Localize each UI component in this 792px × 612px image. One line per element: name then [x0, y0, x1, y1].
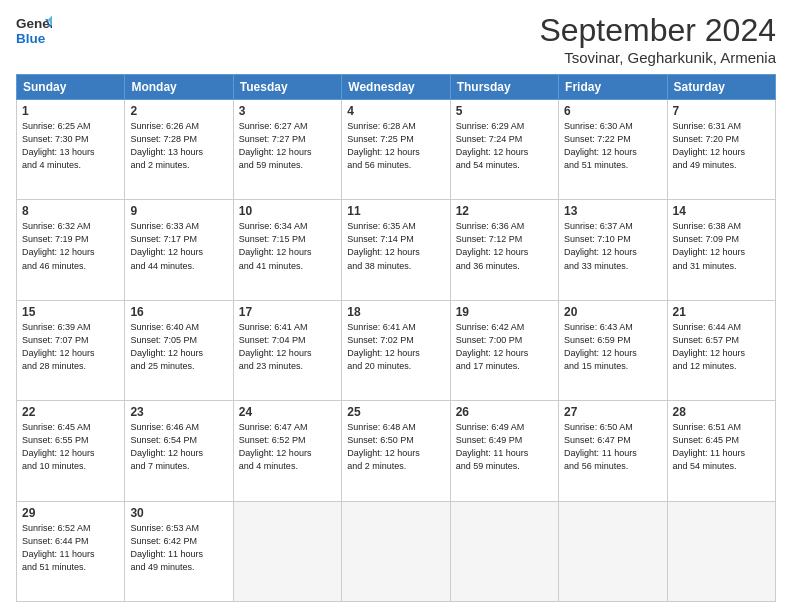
day-info: Sunrise: 6:42 AM Sunset: 7:00 PM Dayligh… — [456, 321, 553, 373]
table-row: 28Sunrise: 6:51 AM Sunset: 6:45 PM Dayli… — [667, 401, 775, 501]
day-number: 25 — [347, 405, 444, 419]
table-row: 29Sunrise: 6:52 AM Sunset: 6:44 PM Dayli… — [17, 501, 125, 601]
day-info: Sunrise: 6:26 AM Sunset: 7:28 PM Dayligh… — [130, 120, 227, 172]
day-info: Sunrise: 6:50 AM Sunset: 6:47 PM Dayligh… — [564, 421, 661, 473]
table-row: 15Sunrise: 6:39 AM Sunset: 7:07 PM Dayli… — [17, 300, 125, 400]
day-number: 22 — [22, 405, 119, 419]
table-row: 24Sunrise: 6:47 AM Sunset: 6:52 PM Dayli… — [233, 401, 341, 501]
day-info: Sunrise: 6:38 AM Sunset: 7:09 PM Dayligh… — [673, 220, 770, 272]
day-info: Sunrise: 6:44 AM Sunset: 6:57 PM Dayligh… — [673, 321, 770, 373]
table-row: 16Sunrise: 6:40 AM Sunset: 7:05 PM Dayli… — [125, 300, 233, 400]
day-number: 6 — [564, 104, 661, 118]
day-info: Sunrise: 6:30 AM Sunset: 7:22 PM Dayligh… — [564, 120, 661, 172]
table-row: 9Sunrise: 6:33 AM Sunset: 7:17 PM Daylig… — [125, 200, 233, 300]
col-thursday: Thursday — [450, 75, 558, 100]
calendar-week-row: 29Sunrise: 6:52 AM Sunset: 6:44 PM Dayli… — [17, 501, 776, 601]
col-sunday: Sunday — [17, 75, 125, 100]
col-wednesday: Wednesday — [342, 75, 450, 100]
table-row — [559, 501, 667, 601]
table-row: 8Sunrise: 6:32 AM Sunset: 7:19 PM Daylig… — [17, 200, 125, 300]
day-info: Sunrise: 6:35 AM Sunset: 7:14 PM Dayligh… — [347, 220, 444, 272]
day-number: 20 — [564, 305, 661, 319]
day-number: 12 — [456, 204, 553, 218]
day-info: Sunrise: 6:41 AM Sunset: 7:02 PM Dayligh… — [347, 321, 444, 373]
day-info: Sunrise: 6:49 AM Sunset: 6:49 PM Dayligh… — [456, 421, 553, 473]
day-info: Sunrise: 6:47 AM Sunset: 6:52 PM Dayligh… — [239, 421, 336, 473]
table-row: 10Sunrise: 6:34 AM Sunset: 7:15 PM Dayli… — [233, 200, 341, 300]
table-row: 19Sunrise: 6:42 AM Sunset: 7:00 PM Dayli… — [450, 300, 558, 400]
day-number: 15 — [22, 305, 119, 319]
table-row: 26Sunrise: 6:49 AM Sunset: 6:49 PM Dayli… — [450, 401, 558, 501]
day-number: 7 — [673, 104, 770, 118]
day-number: 14 — [673, 204, 770, 218]
table-row: 22Sunrise: 6:45 AM Sunset: 6:55 PM Dayli… — [17, 401, 125, 501]
day-number: 2 — [130, 104, 227, 118]
day-info: Sunrise: 6:48 AM Sunset: 6:50 PM Dayligh… — [347, 421, 444, 473]
day-info: Sunrise: 6:40 AM Sunset: 7:05 PM Dayligh… — [130, 321, 227, 373]
table-row: 13Sunrise: 6:37 AM Sunset: 7:10 PM Dayli… — [559, 200, 667, 300]
month-title: September 2024 — [539, 12, 776, 49]
table-row — [450, 501, 558, 601]
day-number: 30 — [130, 506, 227, 520]
table-row: 17Sunrise: 6:41 AM Sunset: 7:04 PM Dayli… — [233, 300, 341, 400]
day-number: 18 — [347, 305, 444, 319]
calendar-table: Sunday Monday Tuesday Wednesday Thursday… — [16, 74, 776, 602]
table-row — [667, 501, 775, 601]
header: General Blue September 2024 Tsovinar, Ge… — [16, 12, 776, 66]
day-info: Sunrise: 6:32 AM Sunset: 7:19 PM Dayligh… — [22, 220, 119, 272]
day-info: Sunrise: 6:28 AM Sunset: 7:25 PM Dayligh… — [347, 120, 444, 172]
table-row: 23Sunrise: 6:46 AM Sunset: 6:54 PM Dayli… — [125, 401, 233, 501]
calendar-week-row: 22Sunrise: 6:45 AM Sunset: 6:55 PM Dayli… — [17, 401, 776, 501]
day-info: Sunrise: 6:45 AM Sunset: 6:55 PM Dayligh… — [22, 421, 119, 473]
day-number: 17 — [239, 305, 336, 319]
table-row: 21Sunrise: 6:44 AM Sunset: 6:57 PM Dayli… — [667, 300, 775, 400]
day-number: 1 — [22, 104, 119, 118]
page: General Blue September 2024 Tsovinar, Ge… — [0, 0, 792, 612]
day-info: Sunrise: 6:53 AM Sunset: 6:42 PM Dayligh… — [130, 522, 227, 574]
svg-text:Blue: Blue — [16, 31, 46, 46]
day-number: 3 — [239, 104, 336, 118]
table-row: 30Sunrise: 6:53 AM Sunset: 6:42 PM Dayli… — [125, 501, 233, 601]
table-row — [342, 501, 450, 601]
table-row: 27Sunrise: 6:50 AM Sunset: 6:47 PM Dayli… — [559, 401, 667, 501]
table-row: 7Sunrise: 6:31 AM Sunset: 7:20 PM Daylig… — [667, 100, 775, 200]
calendar-week-row: 1Sunrise: 6:25 AM Sunset: 7:30 PM Daylig… — [17, 100, 776, 200]
title-area: September 2024 Tsovinar, Gegharkunik, Ar… — [539, 12, 776, 66]
day-number: 21 — [673, 305, 770, 319]
day-info: Sunrise: 6:36 AM Sunset: 7:12 PM Dayligh… — [456, 220, 553, 272]
day-number: 27 — [564, 405, 661, 419]
logo: General Blue — [16, 12, 52, 48]
day-info: Sunrise: 6:46 AM Sunset: 6:54 PM Dayligh… — [130, 421, 227, 473]
calendar-week-row: 8Sunrise: 6:32 AM Sunset: 7:19 PM Daylig… — [17, 200, 776, 300]
day-info: Sunrise: 6:27 AM Sunset: 7:27 PM Dayligh… — [239, 120, 336, 172]
day-number: 9 — [130, 204, 227, 218]
day-info: Sunrise: 6:51 AM Sunset: 6:45 PM Dayligh… — [673, 421, 770, 473]
table-row: 20Sunrise: 6:43 AM Sunset: 6:59 PM Dayli… — [559, 300, 667, 400]
day-info: Sunrise: 6:31 AM Sunset: 7:20 PM Dayligh… — [673, 120, 770, 172]
col-monday: Monday — [125, 75, 233, 100]
table-row: 18Sunrise: 6:41 AM Sunset: 7:02 PM Dayli… — [342, 300, 450, 400]
logo-icon: General Blue — [16, 12, 52, 48]
table-row: 2Sunrise: 6:26 AM Sunset: 7:28 PM Daylig… — [125, 100, 233, 200]
day-number: 4 — [347, 104, 444, 118]
table-row: 25Sunrise: 6:48 AM Sunset: 6:50 PM Dayli… — [342, 401, 450, 501]
table-row — [233, 501, 341, 601]
day-number: 13 — [564, 204, 661, 218]
day-number: 23 — [130, 405, 227, 419]
day-number: 19 — [456, 305, 553, 319]
calendar-week-row: 15Sunrise: 6:39 AM Sunset: 7:07 PM Dayli… — [17, 300, 776, 400]
table-row: 5Sunrise: 6:29 AM Sunset: 7:24 PM Daylig… — [450, 100, 558, 200]
svg-text:General: General — [16, 16, 52, 31]
table-row: 4Sunrise: 6:28 AM Sunset: 7:25 PM Daylig… — [342, 100, 450, 200]
table-row: 3Sunrise: 6:27 AM Sunset: 7:27 PM Daylig… — [233, 100, 341, 200]
calendar-header-row: Sunday Monday Tuesday Wednesday Thursday… — [17, 75, 776, 100]
day-number: 16 — [130, 305, 227, 319]
day-info: Sunrise: 6:43 AM Sunset: 6:59 PM Dayligh… — [564, 321, 661, 373]
day-number: 11 — [347, 204, 444, 218]
day-number: 10 — [239, 204, 336, 218]
col-saturday: Saturday — [667, 75, 775, 100]
day-number: 8 — [22, 204, 119, 218]
day-number: 24 — [239, 405, 336, 419]
table-row: 11Sunrise: 6:35 AM Sunset: 7:14 PM Dayli… — [342, 200, 450, 300]
day-info: Sunrise: 6:29 AM Sunset: 7:24 PM Dayligh… — [456, 120, 553, 172]
